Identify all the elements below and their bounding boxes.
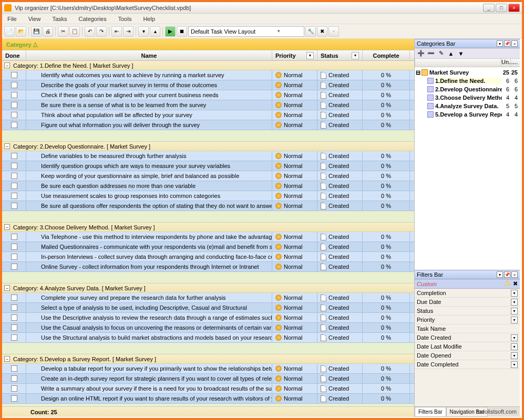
cat-edit-button[interactable]: ✎: [437, 49, 445, 58]
task-row[interactable]: Via Telephone - use this method to inter…: [2, 232, 414, 242]
group-row[interactable]: −Category: 1.Define the Need. [ Market S…: [2, 61, 414, 70]
col-priority[interactable]: Priority▼: [272, 50, 317, 60]
col-complete[interactable]: Complete: [363, 50, 410, 60]
indent-right-button[interactable]: ⇥: [123, 26, 133, 37]
expand-button[interactable]: ▾: [138, 26, 149, 37]
clear-icon[interactable]: ✖: [513, 280, 518, 287]
filter-row[interactable]: Status▼: [415, 307, 520, 316]
collapse-icon[interactable]: −: [4, 62, 10, 68]
done-checkbox[interactable]: [11, 163, 17, 169]
panel-close-button[interactable]: ×: [511, 40, 518, 47]
done-checkbox[interactable]: [11, 82, 17, 88]
done-checkbox[interactable]: [11, 334, 17, 341]
done-checkbox[interactable]: [11, 375, 17, 382]
tool-a-button[interactable]: 🔧: [305, 26, 316, 37]
priority-filter-icon[interactable]: ▼: [306, 52, 314, 59]
layout-selector[interactable]: Default Task View Layout ▼: [188, 26, 304, 37]
done-checkbox[interactable]: [11, 112, 17, 118]
tool-c-button[interactable]: ·: [328, 26, 339, 37]
filter-custom-row[interactable]: Custom ✨ ✖: [415, 279, 520, 289]
done-checkbox[interactable]: [11, 102, 17, 108]
done-checkbox[interactable]: [11, 122, 17, 128]
menu-categories[interactable]: Categories: [77, 15, 109, 23]
task-row[interactable]: Online Survey - collect information from…: [2, 262, 414, 272]
filter-row[interactable]: Date Completed▼: [415, 360, 520, 369]
tree-item[interactable]: 5.Develop a Survey Repo44: [416, 110, 519, 119]
task-row[interactable]: Complete your survey and prepare the res…: [2, 293, 414, 303]
filter-dropdown-icon[interactable]: ▼: [511, 308, 518, 314]
task-row[interactable]: Write a summary about your survey if the…: [2, 384, 414, 394]
open-button[interactable]: 📂: [16, 26, 26, 37]
task-row[interactable]: Use the Casual analysis to focus on unco…: [2, 323, 414, 333]
done-checkbox[interactable]: [11, 203, 17, 209]
done-checkbox[interactable]: [11, 365, 17, 372]
done-checkbox[interactable]: [11, 244, 17, 250]
tree-item[interactable]: 1.Define the Need.66: [416, 77, 519, 85]
menu-tools[interactable]: Tools: [116, 15, 134, 23]
category-filter-bar[interactable]: Category △: [2, 39, 414, 50]
filter-dropdown-icon[interactable]: ▼: [511, 334, 518, 341]
print-button[interactable]: 🖨: [43, 26, 53, 37]
done-checkbox[interactable]: [11, 72, 17, 78]
done-checkbox[interactable]: [11, 385, 17, 392]
filter-dropdown-icon[interactable]: ▼: [511, 317, 518, 323]
filter-close-button[interactable]: ×: [511, 271, 518, 278]
status-filter-icon[interactable]: ▼: [352, 52, 359, 59]
maximize-button[interactable]: □: [496, 4, 507, 12]
collapse-button[interactable]: ▴: [150, 26, 160, 37]
wand-icon[interactable]: ✨: [504, 280, 511, 287]
menu-view[interactable]: View: [26, 15, 43, 23]
filter-row[interactable]: Date Opened▼: [415, 351, 520, 360]
run-button[interactable]: ▶: [165, 26, 176, 37]
tree-root[interactable]: ⊟Market Survey2525: [416, 68, 519, 77]
done-checkbox[interactable]: [11, 295, 17, 301]
save-button[interactable]: 💾: [31, 26, 42, 37]
col-name[interactable]: Name: [26, 50, 272, 60]
menu-tasks[interactable]: Tasks: [50, 15, 69, 23]
task-row[interactable]: Identify question groups which are ways …: [2, 161, 414, 171]
task-row[interactable]: Design an online HTML report if you want…: [2, 394, 414, 404]
tree-item[interactable]: 4.Analyze Survey Data.55: [416, 102, 519, 110]
done-checkbox[interactable]: [11, 173, 17, 179]
copy-button[interactable]: 📋: [69, 26, 80, 37]
done-checkbox[interactable]: [11, 324, 17, 331]
group-row[interactable]: −Category: 2.Develop Questionnaire. [ Ma…: [2, 142, 414, 151]
group-row[interactable]: −Category: 3.Choose Delivery Method. [ M…: [2, 223, 414, 232]
filter-row[interactable]: Completion▼: [415, 289, 520, 298]
done-checkbox[interactable]: [11, 264, 17, 270]
filter-dropdown-icon[interactable]: ▼: [511, 290, 518, 297]
cut-button[interactable]: ✂: [58, 26, 68, 37]
task-row[interactable]: Be sure each question addresses no more …: [2, 181, 414, 191]
task-row[interactable]: Develop a tabular report for your survey…: [2, 364, 414, 374]
filter-row[interactable]: Due Date▼: [415, 298, 520, 307]
task-row[interactable]: Use the Structural analysis to build mar…: [2, 333, 414, 343]
task-row[interactable]: Mailed Questionnaires - communicate with…: [2, 242, 414, 252]
task-row[interactable]: Keep wording of your questionnaire as si…: [2, 171, 414, 181]
panel-pin-button[interactable]: 📌: [504, 40, 510, 47]
task-row[interactable]: Figure out what information you will del…: [2, 120, 414, 130]
done-checkbox[interactable]: [11, 193, 17, 199]
menu-help[interactable]: Help: [141, 15, 157, 23]
task-row[interactable]: Select a type of analysis to be used, in…: [2, 303, 414, 313]
task-row[interactable]: Describe the goals of your market survey…: [2, 80, 414, 90]
cat-up-button[interactable]: ▲: [447, 49, 455, 58]
cat-dn-button[interactable]: ▼: [457, 49, 465, 58]
side-tab[interactable]: Filters Bar: [415, 407, 446, 417]
done-checkbox[interactable]: [11, 234, 17, 240]
menu-file[interactable]: File: [5, 15, 19, 23]
redo-button[interactable]: ↷: [96, 26, 107, 37]
minimize-button[interactable]: _: [483, 4, 495, 12]
panel-menu-button[interactable]: ▾: [497, 40, 503, 47]
undo-button[interactable]: ↶: [85, 26, 95, 37]
cat-add-button[interactable]: ➕: [417, 49, 425, 58]
done-checkbox[interactable]: [11, 153, 17, 159]
collapse-icon[interactable]: −: [4, 285, 10, 291]
filter-dropdown-icon[interactable]: ▼: [511, 352, 518, 359]
filter-row[interactable]: Date Created▼: [415, 333, 520, 342]
task-row[interactable]: In-person Interviews - collect survey da…: [2, 252, 414, 262]
filter-dropdown-icon[interactable]: ▼: [511, 361, 518, 368]
task-row[interactable]: Think about what population will be affe…: [2, 110, 414, 120]
task-row[interactable]: Use measurement scales to group response…: [2, 191, 414, 201]
task-row[interactable]: Define variables to be measured through …: [2, 151, 414, 161]
filter-dropdown-icon[interactable]: ▼: [511, 343, 518, 350]
